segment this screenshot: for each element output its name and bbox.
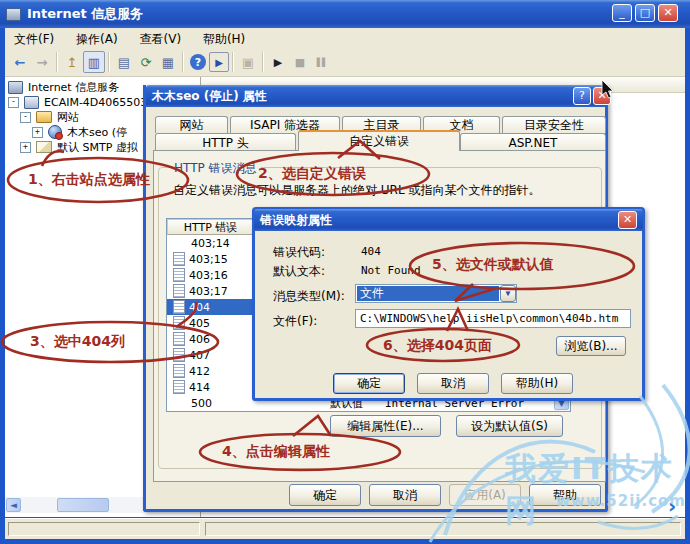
- toolbar-separator: [232, 52, 234, 72]
- properties-icon[interactable]: ▤: [113, 51, 135, 73]
- error-mapping-dialog: 错误映射属性 ✕ 错误代码: 404 默认文本: Not Found 消息类型(…: [252, 207, 645, 401]
- list-header-http-error[interactable]: HTTP 错误: [167, 219, 254, 235]
- collapse-icon[interactable]: -: [8, 97, 19, 108]
- annotation-5: 5、选文件或默认值: [432, 256, 554, 274]
- show-tree-icon[interactable]: ▥: [83, 51, 105, 73]
- close-button[interactable]: ✕: [658, 4, 678, 22]
- group-label: HTTP 错误消息: [170, 160, 261, 177]
- annotation-3: 3、选中404列: [30, 333, 125, 351]
- window-title: Internet 信息服务: [27, 5, 143, 23]
- back-icon[interactable]: ←: [9, 51, 31, 73]
- file-path-input[interactable]: C:\WINDOWS\help\iisHelp\common\404b.htm: [355, 309, 631, 328]
- tree-item-site[interactable]: + 木木seo (停: [32, 124, 127, 140]
- error-help-button[interactable]: 帮助(H): [501, 373, 573, 394]
- toolbar-separator: [56, 52, 58, 72]
- annotation-6: 6、选择404页面: [383, 337, 492, 355]
- toolbar-separator: [262, 52, 264, 72]
- browse-button[interactable]: 浏览(B)...: [556, 336, 626, 356]
- website-icon: [48, 125, 62, 139]
- document-icon: [173, 364, 185, 378]
- iis-root-icon: [8, 81, 23, 94]
- document-icon: [173, 316, 185, 330]
- document-icon: [173, 252, 185, 266]
- error-code-label: 错误代码:: [273, 244, 325, 261]
- cancel-button[interactable]: 取消: [369, 484, 441, 506]
- watermark-site-name: 我爱IT技术网: [505, 448, 690, 532]
- document-icon: [173, 300, 185, 314]
- tree-item-label: ECAIM-4D4065503 (: [44, 96, 155, 109]
- file-path-value: C:\WINDOWS\help\iisHelp\common\404b.htm: [360, 312, 618, 325]
- tree-item-label: 默认 SMTP 虚拟: [57, 140, 138, 155]
- tree-item-label: Internet 信息服务: [28, 80, 119, 95]
- document-icon: [173, 268, 185, 282]
- message-type-value: 文件: [357, 286, 499, 301]
- maximize-button[interactable]: □: [635, 4, 655, 22]
- error-dialog-titlebar[interactable]: 错误映射属性: [254, 209, 643, 231]
- error-ok-button[interactable]: 确定: [333, 373, 405, 394]
- group-description: 自定义错误消息可以是服务器上的绝对 URL 或指向某个文件的指针。: [173, 182, 585, 199]
- edit-properties-button[interactable]: 编辑属性(E)...: [330, 415, 441, 437]
- dialog-title: 木木seo (停止) 属性: [152, 88, 267, 105]
- error-dialog-close-icon[interactable]: ✕: [618, 211, 637, 229]
- toolbar-separator: [108, 52, 110, 72]
- smtp-icon: [36, 141, 52, 153]
- scroll-thumb[interactable]: [57, 498, 109, 512]
- stop-item-icon: ■: [289, 51, 311, 73]
- watermark-arrow: ›: [668, 494, 676, 518]
- forward-icon[interactable]: →: [31, 51, 53, 73]
- export-list-icon[interactable]: ▦: [157, 51, 179, 73]
- action-pane-icon[interactable]: ▶: [209, 52, 229, 72]
- expand-icon[interactable]: +: [32, 127, 43, 138]
- remote-computer-icon: ▣: [237, 51, 259, 73]
- help-icon[interactable]: ?: [190, 54, 206, 70]
- scroll-left-icon[interactable]: ◄: [6, 498, 21, 512]
- screenshot-root: { "window": { "title": "Internet 信息服务", …: [0, 0, 690, 544]
- window-icon: [6, 8, 21, 21]
- tree-item-label: 木木seo (停: [67, 125, 127, 140]
- error-code-value: 404: [361, 245, 381, 258]
- tree-item-label: 网站: [57, 110, 79, 125]
- dialog-help-icon[interactable]: ?: [573, 87, 591, 105]
- ok-button[interactable]: 确定: [289, 484, 361, 506]
- expand-icon[interactable]: +: [20, 142, 31, 153]
- tab-directory-security[interactable]: 目录安全性: [502, 116, 606, 133]
- default-text-label: 默认文本:: [273, 263, 325, 280]
- annotation-2: 2、选自定义错误: [258, 165, 366, 183]
- tab-http-headers[interactable]: HTTP 头: [155, 133, 296, 151]
- tree-item-smtp[interactable]: + 默认 SMTP 虚拟: [20, 139, 138, 155]
- dialog-titlebar[interactable]: 木木seo (停止) 属性: [146, 85, 605, 107]
- document-icon: [173, 348, 185, 362]
- tab-website[interactable]: 网站: [155, 116, 228, 133]
- status-panel-left: [8, 522, 200, 536]
- file-label: 文件(F):: [273, 313, 317, 330]
- tab-custom-errors[interactable]: 自定义错误: [298, 130, 460, 151]
- toolbar: ← → ↥ ▥ ▤ ⟳ ▦ ? ▶ ▣ ▶ ■ ▌▌: [5, 48, 685, 77]
- collapse-icon[interactable]: -: [20, 112, 31, 123]
- message-type-dropdown[interactable]: 文件 ▼: [355, 284, 517, 303]
- refresh-icon[interactable]: ⟳: [135, 51, 157, 73]
- annotation-1: 1、右击站点选属性: [28, 171, 150, 189]
- toolbar-separator: [182, 52, 184, 72]
- minimize-button[interactable]: _: [612, 4, 632, 22]
- set-default-button[interactable]: 设为默认值(S): [456, 415, 563, 437]
- chevron-down-icon[interactable]: ▼: [500, 285, 516, 302]
- folder-icon: [36, 111, 52, 123]
- tree-item-websites[interactable]: - 网站: [20, 109, 79, 125]
- watermark-url: www.52ij.com: [556, 492, 686, 510]
- tree-item-computer[interactable]: - ECAIM-4D4065503 (: [8, 94, 155, 110]
- dialog-close-icon[interactable]: ✕: [593, 87, 611, 105]
- document-icon: [173, 332, 185, 346]
- tree-item-root[interactable]: Internet 信息服务: [8, 79, 119, 95]
- document-icon: [173, 380, 185, 394]
- default-text-value: Not Found: [361, 264, 421, 277]
- window-titlebar[interactable]: Internet 信息服务: [0, 0, 690, 28]
- computer-icon: [24, 96, 39, 109]
- up-one-level-icon[interactable]: ↥: [61, 51, 83, 73]
- document-icon: [173, 284, 185, 298]
- error-cancel-button[interactable]: 取消: [417, 373, 489, 394]
- annotation-4: 4、点击编辑属性: [222, 443, 330, 461]
- start-item-icon[interactable]: ▶: [267, 51, 289, 73]
- message-type-label: 消息类型(M):: [273, 288, 345, 305]
- tab-aspnet[interactable]: ASP.NET: [460, 133, 606, 151]
- pause-item-icon: ▌▌: [311, 51, 333, 73]
